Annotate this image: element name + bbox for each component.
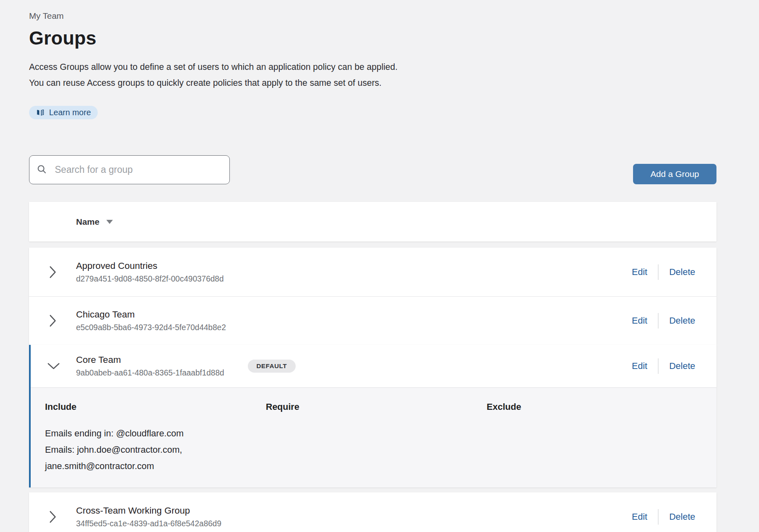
group-id: 9ab0abeb-aa61-480a-8365-1faaabf1d88d: [76, 368, 248, 378]
include-column-header: Include: [45, 402, 266, 412]
page-title: Groups: [29, 27, 716, 49]
chevron-down-icon[interactable]: [31, 362, 76, 370]
group-card-core-team-expanded: Core Team 9ab0abeb-aa61-480a-8365-1faaab…: [29, 345, 716, 487]
edit-link[interactable]: Edit: [632, 361, 647, 371]
edit-link[interactable]: Edit: [632, 512, 647, 522]
rules-header-row: Include Emails ending in: @cloudflare.co…: [45, 402, 700, 474]
table-header-name[interactable]: Name: [29, 202, 716, 241]
group-name-cell: Chicago Team e5c09a8b-5ba6-4973-92d4-5fe…: [76, 309, 248, 332]
toolbar: Add a Group: [29, 155, 716, 184]
search-box: [29, 155, 230, 184]
group-name-cell: Approved Countries d279a451-9d08-4850-8f…: [76, 261, 248, 284]
row-actions: Edit Delete: [632, 313, 716, 329]
group-name: Approved Countries: [76, 261, 248, 271]
exclude-column-header: Exclude: [487, 402, 700, 412]
description-line-1: Access Groups allow you to define a set …: [29, 59, 716, 75]
row-actions: Edit Delete: [632, 264, 716, 280]
group-id: d279a451-9d08-4850-8f2f-00c490376d8d: [76, 274, 248, 284]
page-content: My Team Groups Access Groups allow you t…: [29, 0, 716, 532]
group-row-core-team[interactable]: Core Team 9ab0abeb-aa61-480a-8365-1faaab…: [31, 345, 716, 387]
search-icon: [36, 164, 47, 176]
chevron-right-icon[interactable]: [29, 510, 76, 524]
book-icon: [36, 108, 45, 117]
row-actions: Edit Delete: [632, 358, 716, 374]
group-name-cell: Core Team 9ab0abeb-aa61-480a-8365-1faaab…: [76, 355, 248, 378]
groups-table-footer-card: Cross-Team Working Group 34ff5ed5-ca1e-4…: [29, 492, 716, 532]
delete-link[interactable]: Delete: [669, 315, 695, 326]
group-name: Chicago Team: [76, 309, 248, 320]
include-rule-item: Emails: john.doe@contractor.com, jane.sm…: [45, 442, 249, 474]
delete-link[interactable]: Delete: [669, 512, 695, 522]
include-rules-list: Emails ending in: @cloudflare.com Emails…: [45, 425, 249, 474]
chevron-right-icon[interactable]: [29, 265, 76, 279]
default-badge: DEFAULT: [248, 360, 296, 373]
group-row-cross-team-working-group[interactable]: Cross-Team Working Group 34ff5ed5-ca1e-4…: [29, 492, 716, 532]
delete-link[interactable]: Delete: [669, 361, 695, 371]
delete-link[interactable]: Delete: [669, 267, 695, 277]
group-id: e5c09a8b-5ba6-4973-92d4-5fe70d44b8e2: [76, 323, 248, 332]
action-divider: [658, 313, 659, 329]
page-description: Access Groups allow you to define a set …: [29, 59, 716, 91]
breadcrumb: My Team: [29, 0, 716, 21]
edit-link[interactable]: Edit: [632, 267, 647, 277]
include-rule-item: Emails ending in: @cloudflare.com: [45, 425, 249, 442]
group-row-approved-countries[interactable]: Approved Countries d279a451-9d08-4850-8f…: [29, 248, 716, 296]
action-divider: [658, 358, 659, 374]
action-divider: [658, 264, 659, 280]
description-line-2: You can reuse Access groups to quickly c…: [29, 75, 716, 91]
group-name-cell: Cross-Team Working Group 34ff5ed5-ca1e-4…: [76, 505, 248, 528]
sort-desc-caret-icon: [106, 220, 113, 224]
action-divider: [658, 509, 659, 525]
learn-more-label: Learn more: [49, 108, 91, 117]
require-column-header: Require: [266, 402, 487, 412]
chevron-right-icon[interactable]: [29, 314, 76, 328]
name-column-header: Name: [76, 217, 99, 227]
row-actions: Edit Delete: [632, 509, 716, 525]
learn-more-button[interactable]: Learn more: [29, 106, 98, 119]
group-rules-detail: Include Emails ending in: @cloudflare.co…: [31, 387, 716, 487]
group-row-chicago-team[interactable]: Chicago Team e5c09a8b-5ba6-4973-92d4-5fe…: [29, 296, 716, 345]
groups-table-body: Approved Countries d279a451-9d08-4850-8f…: [29, 248, 716, 345]
search-input[interactable]: [55, 164, 229, 175]
edit-link[interactable]: Edit: [632, 315, 647, 326]
group-id: 34ff5ed5-ca1e-4839-ad1a-6f8e542a86d9: [76, 519, 248, 528]
group-name: Core Team: [76, 355, 248, 365]
add-group-button[interactable]: Add a Group: [633, 164, 716, 184]
group-name: Cross-Team Working Group: [76, 505, 248, 516]
